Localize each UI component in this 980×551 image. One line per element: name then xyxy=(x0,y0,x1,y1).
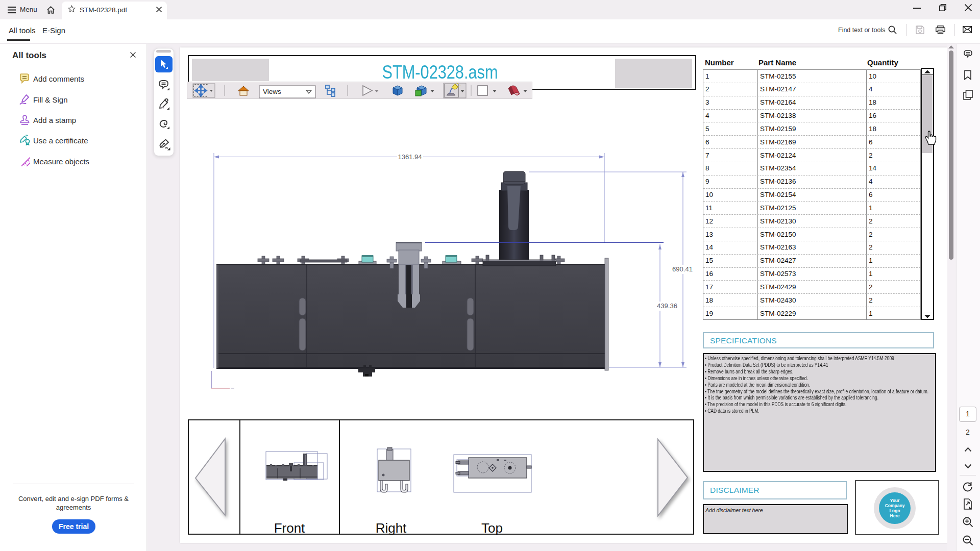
svg-text:690.41: 690.41 xyxy=(672,265,693,273)
svg-text:Views: Views xyxy=(263,88,281,95)
svg-text:1361.94: 1361.94 xyxy=(398,153,422,161)
svg-text:439.36: 439.36 xyxy=(657,302,677,310)
